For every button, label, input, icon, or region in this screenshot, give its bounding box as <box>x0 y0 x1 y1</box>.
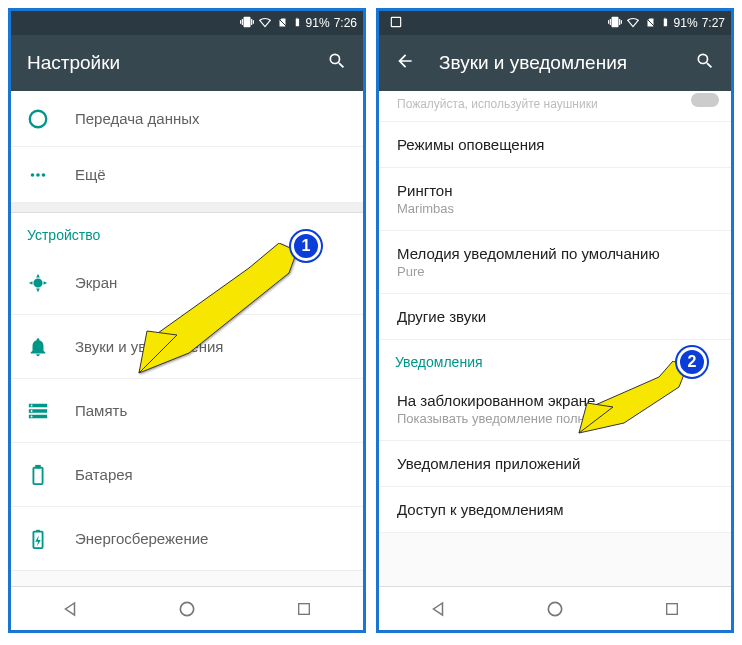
item-display[interactable]: Экран <box>11 251 363 315</box>
page-title: Звуки и уведомления <box>439 52 671 74</box>
more-horiz-icon <box>27 164 75 186</box>
svg-rect-13 <box>299 603 310 614</box>
battery-percent: 91% <box>674 16 698 30</box>
svg-point-3 <box>36 173 40 177</box>
nav-home-icon[interactable] <box>545 599 565 619</box>
item-label: Память <box>75 402 127 419</box>
item-sound[interactable]: Звуки и уведомления <box>11 315 363 379</box>
vibrate-icon <box>240 15 254 32</box>
svg-point-2 <box>31 173 35 177</box>
nav-back-icon[interactable] <box>60 599 80 619</box>
item-label: Батарея <box>75 466 133 483</box>
battery-icon <box>27 464 75 486</box>
data-usage-icon <box>27 108 75 130</box>
app-bar: Настройки <box>11 35 363 91</box>
page-title: Настройки <box>27 52 303 74</box>
divider <box>11 203 363 213</box>
status-bar: 91% 7:26 <box>11 11 363 35</box>
sound-settings-list: Пожалуйста, используйте наушники Режимы … <box>379 91 731 586</box>
screenshot-icon <box>389 15 403 32</box>
svg-point-5 <box>31 404 33 406</box>
brightness-icon <box>27 272 75 294</box>
bell-icon <box>27 336 75 358</box>
row-ringtone[interactable]: Рингтон Marimbas <box>379 168 731 231</box>
nav-back-icon[interactable] <box>428 599 448 619</box>
storage-icon <box>27 400 75 422</box>
row-app-notifications[interactable]: Уведомления приложений <box>379 441 731 487</box>
svg-point-1 <box>30 110 47 127</box>
svg-rect-19 <box>667 603 678 614</box>
item-more[interactable]: Ещё <box>11 147 363 203</box>
battery-percent: 91% <box>306 16 330 30</box>
navigation-bar <box>11 586 363 630</box>
svg-point-18 <box>548 602 561 615</box>
energy-icon <box>27 528 75 550</box>
clock: 7:26 <box>334 16 357 30</box>
nav-home-icon[interactable] <box>177 599 197 619</box>
settings-list: Передача данных Ещё Устройство Экран Зву… <box>11 91 363 586</box>
back-arrow-icon[interactable] <box>395 51 415 76</box>
no-sim-icon <box>644 15 656 32</box>
search-icon[interactable] <box>327 51 347 76</box>
item-label: Ещё <box>75 166 106 183</box>
vibrate-icon <box>608 15 622 32</box>
cut-row-headphones[interactable]: Пожалуйста, используйте наушники <box>379 91 731 122</box>
svg-point-6 <box>31 410 33 412</box>
svg-point-12 <box>180 602 193 615</box>
battery-icon <box>292 15 302 32</box>
item-label: Энергосбережение <box>75 530 208 547</box>
svg-rect-9 <box>36 465 40 467</box>
nav-recent-icon[interactable] <box>294 599 314 619</box>
row-lock-screen-notifications[interactable]: На заблокированном экране Показывать уве… <box>379 378 731 441</box>
wifi-icon <box>626 15 640 32</box>
phone-screen-1: 91% 7:26 Настройки Передача данных Ещё У… <box>8 8 366 633</box>
row-alert-modes[interactable]: Режимы оповещения <box>379 122 731 168</box>
svg-rect-8 <box>33 467 42 484</box>
item-label: Передача данных <box>75 110 200 127</box>
phone-screen-2: 91% 7:27 Звуки и уведомления Пожалуйста,… <box>376 8 734 633</box>
item-battery[interactable]: Батарея <box>11 443 363 507</box>
item-energy[interactable]: Энергосбережение <box>11 507 363 571</box>
item-label: Звуки и уведомления <box>75 338 223 355</box>
nav-recent-icon[interactable] <box>662 599 682 619</box>
item-data-usage[interactable]: Передача данных <box>11 91 363 147</box>
no-sim-icon <box>276 15 288 32</box>
svg-point-7 <box>31 415 33 417</box>
item-label: Экран <box>75 274 117 291</box>
svg-point-4 <box>42 173 46 177</box>
callout-badge-1: 1 <box>291 231 321 261</box>
clock: 7:27 <box>702 16 725 30</box>
svg-rect-16 <box>391 17 400 26</box>
wifi-icon <box>258 15 272 32</box>
search-icon[interactable] <box>695 51 715 76</box>
callout-badge-2: 2 <box>677 347 707 377</box>
row-other-sounds[interactable]: Другие звуки <box>379 294 731 340</box>
app-bar: Звуки и уведомления <box>379 35 731 91</box>
status-bar: 91% 7:27 <box>379 11 731 35</box>
navigation-bar <box>379 586 731 630</box>
svg-rect-11 <box>36 529 40 531</box>
item-storage[interactable]: Память <box>11 379 363 443</box>
row-default-notification-sound[interactable]: Мелодия уведомлений по умолчанию Pure <box>379 231 731 294</box>
toggle-off-icon[interactable] <box>691 93 719 107</box>
battery-icon <box>660 15 670 32</box>
row-notification-access[interactable]: Доступ к уведомлениям <box>379 487 731 533</box>
